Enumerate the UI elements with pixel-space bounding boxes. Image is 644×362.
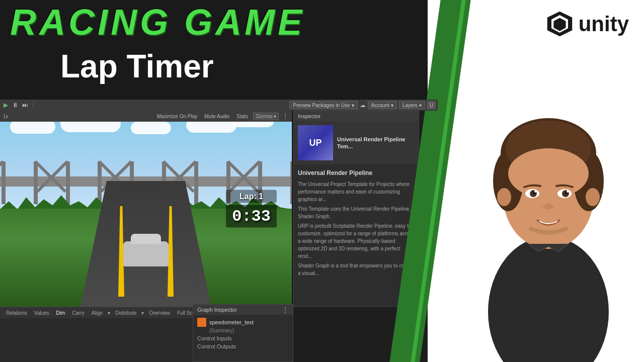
relations-btn[interactable]: Relations (4, 310, 29, 316)
overview-btn[interactable]: Overview (147, 310, 172, 316)
svg-point-18 (534, 191, 536, 193)
lap-timer: 0:33 (226, 205, 277, 228)
preview-packages-label: Preview Packages in Use (293, 103, 350, 108)
chevron-down-icon-6[interactable]: ▾ (141, 310, 144, 316)
graph-inspector-panel: Graph Inspector ⋮ speedometer_text (Summ… (193, 304, 293, 362)
cloud-3 (131, 122, 171, 134)
play-button[interactable]: ▶ (2, 102, 10, 109)
play-controls: ▶ ⏸ ⏭ (2, 102, 30, 109)
graph-inspector-header: Graph Inspector ⋮ (193, 305, 293, 315)
control-inputs-label: Control Inputs (197, 335, 289, 341)
graph-inspector-menu[interactable]: ⋮ (282, 306, 289, 314)
bridge-support-1 (2, 161, 6, 204)
inspector-body: Universal Render Pipeline The Universal … (294, 164, 419, 281)
cloud-1 (10, 120, 55, 134)
bridge-support-4 (98, 161, 102, 204)
distribute-btn[interactable]: Distribute (113, 310, 138, 316)
graph-inspector-label: Graph Inspector (197, 307, 237, 313)
carry-btn[interactable]: Carry (70, 310, 86, 316)
inspector-desc-2: This Template uses the Universal Render … (298, 205, 415, 220)
asset-thumbnail: UP (298, 125, 333, 160)
layout-label: U (430, 103, 433, 108)
node-item: speedometer_text (197, 317, 289, 328)
align-btn[interactable]: Align (90, 310, 105, 316)
gizmos-dropdown[interactable]: Gizmos ▾ (253, 113, 279, 120)
svg-point-11 (508, 148, 589, 199)
toolbar-separator (33, 102, 33, 109)
unity-toolbar: ▶ ⏸ ⏭ Preview Packages in Use ▾ ☁ Accoun… (0, 100, 438, 111)
player-car (123, 241, 169, 266)
left-panel: RACING GAME Lap Timer ▶ ⏸ ⏭ Preview Pack… (0, 0, 438, 362)
asset-full-title: Universal Render Pipeline (298, 168, 415, 177)
svg-point-22 (586, 188, 600, 206)
unity-logo-icon (546, 10, 574, 38)
lap-counter: Lap: 1 (226, 190, 277, 203)
game-view-menu[interactable]: ⋮ (282, 112, 289, 120)
game-hud: Lap: 1 0:33 (226, 190, 277, 228)
game-view-toolbar: 1x Maximize On Play Mute Audio Stats Giz… (0, 111, 292, 122)
inspector-label: Inspector (298, 113, 320, 119)
cloud-icon: ☁ (360, 102, 366, 109)
asset-abbrev: UP (309, 138, 321, 148)
unity-logo-area: unity (546, 10, 629, 38)
node-name: speedometer_text (209, 319, 254, 325)
chevron-down-icon-3: ▾ (419, 103, 422, 108)
chevron-down-icon-5[interactable]: ▾ (108, 310, 110, 316)
stats-btn[interactable]: Stats (234, 113, 250, 120)
chevron-down-icon-4: ▾ (274, 114, 276, 119)
bridge-support-2 (34, 161, 38, 204)
inspector-desc-1: The Universal Project Template for Proje… (298, 180, 415, 203)
inspector-panel: Inspector UP Universal Render Pipeline T… (293, 111, 419, 307)
layers-dropdown[interactable]: Layers ▾ (399, 101, 425, 109)
account-dropdown[interactable]: Account ▾ (368, 101, 397, 109)
preview-packages-dropdown[interactable]: Preview Packages in Use ▾ (289, 101, 357, 109)
values-btn[interactable]: Values (32, 310, 51, 316)
layout-button[interactable]: U (427, 101, 436, 109)
gizmos-label: Gizmos (256, 114, 273, 119)
lap-timer-title: Lap Timer (60, 48, 214, 85)
asset-title: Universal Render Pipeline Tem... (337, 136, 415, 150)
inspector-desc-4: Shader Graph is a tool that empowers you… (298, 262, 415, 277)
account-label: Account (371, 103, 389, 108)
title-area: RACING GAME Lap Timer (0, 0, 438, 100)
mute-audio-btn[interactable]: Mute Audio (202, 113, 231, 120)
chevron-down-icon: ▾ (352, 103, 354, 108)
control-outputs-label: Control Outputs (197, 343, 289, 349)
node-icon (197, 318, 206, 327)
bridge-support-7 (194, 161, 198, 204)
unity-text: unity (579, 12, 629, 36)
bridge-support-3 (66, 161, 70, 204)
inspector-header: Inspector (294, 111, 419, 121)
person-silhouette-svg (453, 60, 644, 362)
maximize-on-play-btn[interactable]: Maximize On Play (155, 113, 200, 120)
dim-btn[interactable]: Dim (54, 310, 67, 316)
person-photo (453, 60, 644, 362)
speed-indicator: 1x (3, 114, 9, 119)
node-summary: (Summary) (209, 328, 289, 333)
pause-button[interactable]: ⏸ (11, 102, 20, 109)
svg-point-21 (497, 188, 511, 206)
layers-label: Layers (403, 103, 418, 108)
racing-game-title: RACING GAME (10, 4, 305, 40)
bridge-support-10 (290, 161, 292, 204)
svg-point-19 (567, 191, 569, 193)
chevron-down-icon-2: ▾ (391, 103, 393, 108)
asset-preview: UP Universal Render Pipeline Tem... (294, 121, 419, 164)
step-button[interactable]: ⏭ (21, 102, 30, 109)
game-view: Lap: 1 0:33 (0, 111, 292, 307)
inspector-desc-3: URP is prebuilt Scriptable Render Pipeli… (298, 222, 415, 260)
graph-inspector-content: speedometer_text (Summary) Control Input… (193, 315, 293, 351)
